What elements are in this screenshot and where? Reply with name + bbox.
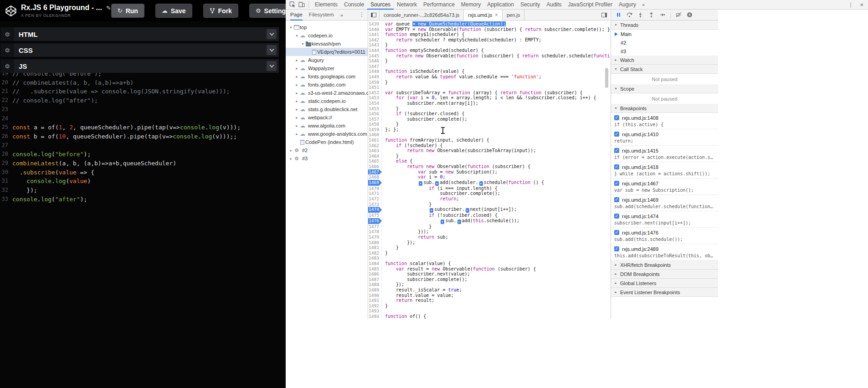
expand-css-button[interactable] (267, 45, 277, 55)
pen-author[interactable]: Oleksandr (43, 13, 71, 18)
thread-main[interactable]: Main (611, 30, 718, 38)
line-number[interactable]: 1448 (368, 69, 382, 74)
pause-script-icon[interactable] (616, 12, 621, 18)
line-number[interactable]: 30 (0, 168, 12, 177)
line-number[interactable]: 1466 (368, 164, 382, 169)
devtools-close-icon[interactable]: × (860, 1, 863, 8)
line-number[interactable]: 1494 (368, 314, 382, 319)
tree-item-top[interactable]: ▾top (286, 23, 368, 31)
line-number[interactable]: 1441 (368, 32, 382, 37)
line-number[interactable]: 1484 (368, 261, 382, 266)
chevron-right-icon[interactable]: ▸ (294, 124, 299, 128)
line-number[interactable]: 1445 (368, 53, 382, 59)
tab-filesystem[interactable]: Filesystem (309, 10, 334, 20)
line-number[interactable]: 21 (0, 87, 12, 96)
section-global-listeners[interactable]: ▸ Global Listeners (611, 279, 718, 288)
navigator-menu-icon[interactable]: ⋮ (359, 11, 365, 18)
line-number[interactable]: 1449 (368, 74, 382, 80)
tree-item-kievsash-pen[interactable]: ▾kievsash/pen (286, 40, 368, 48)
chevron-right-icon[interactable]: ▸ (294, 91, 299, 95)
line-number[interactable]: 1477 (368, 224, 382, 230)
panel-css[interactable]: ⚙ CSS (0, 43, 279, 57)
devtools-menu-icon[interactable]: ⋮ (847, 1, 853, 8)
js-editor[interactable]: 19// console.log("before");20// combineL… (0, 73, 286, 388)
chevron-right-icon[interactable]: ▸ (294, 132, 299, 136)
inline-breakpoint-icon[interactable]: ▸ (457, 220, 461, 224)
step-into-icon[interactable] (637, 12, 643, 18)
source-editor[interactable]: 1439var queue = new QueueScheduler(Queue… (368, 20, 610, 319)
tree-item-s3-us-west-2-amazonaws-c[interactable]: ▸☁s3-us-west-2.amazonaws.c... (286, 89, 368, 97)
line-number[interactable]: 1453 (368, 95, 382, 101)
breakpoint-checkbox[interactable]: ✓ (614, 181, 619, 186)
line-number[interactable]: 1454 (368, 101, 382, 106)
line-number[interactable]: 1458 (368, 122, 382, 127)
pause-on-exceptions-icon[interactable] (687, 12, 693, 18)
deactivate-breakpoints-icon[interactable] (676, 12, 682, 18)
devtools-tab-elements[interactable]: Elements (312, 0, 341, 10)
line-number[interactable]: 1470 (368, 186, 382, 191)
line-number[interactable]: 1471 (368, 191, 382, 196)
thread-3[interactable]: #3 (611, 47, 718, 56)
line-number[interactable]: 1475 (368, 213, 382, 218)
breakpoint-checkbox[interactable]: ✓ (614, 197, 619, 202)
line-number[interactable]: 1450 (368, 80, 382, 85)
line-number[interactable]: 1443 (368, 42, 382, 48)
section-dom-breakpoints[interactable]: ▸ DOM Breakpoints (611, 270, 718, 279)
line-number[interactable]: 1492 (368, 303, 382, 309)
line-number[interactable]: 1488 (368, 282, 382, 287)
devtools-tab-audits[interactable]: Audits (543, 0, 565, 10)
line-number[interactable]: 1487 (368, 277, 382, 282)
breakpoint-checkbox[interactable]: ✓ (614, 230, 619, 235)
devtools-tab-network[interactable]: Network (394, 0, 420, 10)
line-number[interactable]: 1452 (368, 90, 382, 96)
breakpoint-entry-rxjs-umd-js-1418[interactable]: ✓rxjs.umd.js:1418} while (action = actio… (611, 162, 718, 179)
line-number[interactable]: 1491 (368, 298, 382, 303)
line-number[interactable]: 28 (0, 150, 12, 159)
line-number[interactable]: 1485 (368, 266, 382, 272)
thread-2[interactable]: #2 (611, 38, 718, 47)
breakpoint-checkbox[interactable]: ✓ (614, 246, 619, 251)
device-toolbar-icon[interactable] (298, 1, 305, 8)
more-tabs-icon[interactable]: » (639, 0, 647, 10)
line-number[interactable]: 1481 (368, 245, 382, 250)
step-over-icon[interactable] (627, 12, 632, 18)
line-number[interactable]: 1439 (368, 21, 382, 27)
line-number[interactable]: 1473 (368, 202, 382, 207)
breakpoint-checkbox[interactable]: ✓ (614, 115, 619, 120)
line-number[interactable]: 1459 (368, 127, 382, 133)
breakpoint-entry-rxjs-umd-js-1476[interactable]: ✓rxjs.umd.js:1476sub.add(this.schedule()… (611, 228, 718, 244)
line-number[interactable]: 1478 (368, 229, 382, 235)
chevron-right-icon[interactable]: ▸ (288, 157, 293, 161)
panel-js[interactable]: ⚙ JS (0, 59, 279, 73)
inline-breakpoint-icon[interactable]: ▸ (419, 181, 422, 186)
line-number[interactable]: 1440 (368, 27, 382, 32)
breakpoint-entry-rxjs-umd-js-1467[interactable]: ✓rxjs.umd.js:1467var sub = new Subscript… (611, 179, 718, 195)
devtools-tab-augury[interactable]: Augury (616, 0, 639, 10)
devtools-tab-javascript-profiler[interactable]: JavaScript Profiler (565, 0, 616, 10)
line-number[interactable]: 29 (0, 159, 12, 168)
line-number[interactable]: 1456 (368, 111, 382, 117)
inspect-element-icon[interactable] (289, 1, 296, 8)
line-number[interactable]: 1490 (368, 293, 382, 298)
line-number[interactable]: 19 (0, 73, 12, 78)
section-breakpoints[interactable]: ▾ Breakpoints (611, 104, 718, 113)
section-call-stack[interactable]: ▾ Call Stack (611, 65, 718, 74)
editor-tab-pen-js[interactable]: pen.js (503, 10, 524, 20)
breakpoint-entry-rxjs-umd-js-1469[interactable]: ✓rxjs.umd.js:1469sub.add(scheduler.sched… (611, 195, 718, 211)
line-number[interactable]: 1465 (368, 158, 382, 164)
line-number[interactable]: 1472 (368, 196, 382, 202)
chevron-right-icon[interactable]: ▸ (294, 83, 299, 87)
line-number[interactable]: 1462 (368, 143, 382, 148)
line-number[interactable]: 1455 (368, 106, 382, 112)
tree-item-fonts-gstatic-com[interactable]: ▸☁fonts.gstatic.com (286, 81, 368, 89)
section-watch[interactable]: ▸ Watch (611, 56, 718, 65)
breakpoint-line-number[interactable]: 1476 (368, 218, 382, 224)
breakpoint-line-number[interactable]: 1469 (368, 180, 382, 186)
line-number[interactable]: 1461 (368, 138, 382, 143)
step-icon[interactable] (659, 12, 665, 18)
inline-breakpoint-icon[interactable]: ▸ (479, 181, 483, 186)
line-number[interactable]: 1447 (368, 64, 382, 69)
breakpoint-checkbox[interactable]: ✓ (614, 132, 619, 137)
tree-item-codepen-io[interactable]: ▾☁codepen.io (286, 31, 368, 40)
line-number[interactable]: 20 (0, 78, 12, 87)
